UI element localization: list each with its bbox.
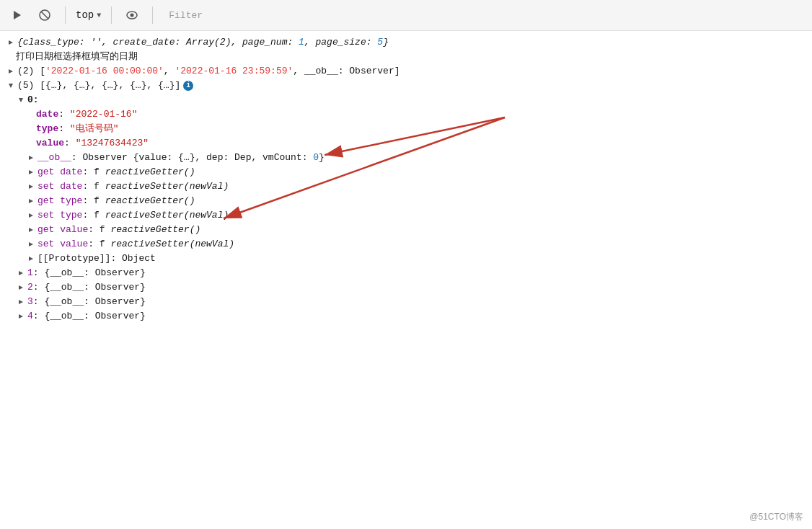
svg-point-4	[131, 14, 134, 17]
line-content-item1: 1: {__ob__: Observer}	[27, 267, 812, 280]
toolbar: top ▼ Filter	[0, 0, 812, 31]
line-content-array2: (2) ['2022-01-16 00:00:00', '2022-01-16 …	[17, 65, 812, 78]
line-content-value: value: "13247634423"	[36, 137, 812, 150]
expand-icon-get-value[interactable]	[26, 225, 36, 235]
svg-marker-5	[9, 40, 13, 45]
line-set-date: set date: f reactiveSetter(newVal)	[0, 179, 812, 194]
separator-3	[152, 6, 153, 24]
line-array-5: (5) [{…}, {…}, {…}, {…}, {…}]i	[0, 79, 812, 93]
filter-label: Filter	[169, 10, 203, 21]
line-content-array5: (5) [{…}, {…}, {…}, {…}, {…}]i	[17, 79, 812, 92]
line-content-item3: 3: {__ob__: Observer}	[27, 295, 812, 308]
expand-icon-array2[interactable]	[6, 66, 16, 76]
line-content-get-value: get value: f reactiveGetter()	[37, 223, 812, 236]
line-class-type: {class_type: '', create_date: Array(2), …	[0, 35, 812, 50]
line-content-item0: 0:	[27, 94, 812, 107]
line-set-value: set value: f reactiveSetter(newVal)	[0, 237, 812, 252]
svg-marker-6	[9, 69, 13, 74]
caret-icon: ▼	[97, 12, 101, 19]
svg-marker-19	[19, 300, 23, 304]
line-chinese: 打印日期框选择框填写的日期	[0, 50, 812, 64]
line-content-item4: 4: {__ob__: Observer}	[27, 310, 812, 323]
line-array-2: (2) ['2022-01-16 00:00:00', '2022-01-16 …	[0, 64, 812, 79]
line-content-ob: __ob__: Observer {value: {…}, dep: Dep, …	[37, 151, 812, 164]
svg-marker-17	[19, 271, 23, 275]
line-item-3: 3: {__ob__: Observer}	[0, 295, 812, 309]
line-content-set-type: set type: f reactiveSetter(newVal)	[37, 209, 812, 222]
expand-icon-class-type[interactable]	[6, 37, 16, 48]
line-content-type: type: "电话号码"	[36, 123, 812, 135]
line-content-set-date: set date: f reactiveSetter(newVal)	[37, 180, 812, 193]
watermark: @51CTO博客	[749, 511, 803, 523]
separator-1	[65, 6, 66, 24]
play-button[interactable]	[7, 5, 27, 25]
svg-marker-12	[29, 199, 33, 203]
expand-icon-prototype[interactable]	[26, 254, 36, 264]
line-content-chinese: 打印日期框选择框填写的日期	[16, 50, 812, 63]
expand-icon-get-date[interactable]	[26, 167, 36, 177]
line-ob: __ob__: Observer {value: {…}, dep: Dep, …	[0, 151, 812, 165]
line-item-1: 1: {__ob__: Observer}	[0, 266, 812, 280]
svg-marker-10	[29, 170, 33, 174]
info-icon[interactable]: i	[183, 81, 193, 91]
expand-icon-item4[interactable]	[16, 311, 26, 321]
line-content-item2: 2: {__ob__: Observer}	[27, 281, 812, 294]
svg-marker-11	[29, 185, 33, 189]
expand-icon-item1[interactable]	[16, 268, 26, 278]
expand-icon-item2[interactable]	[16, 283, 26, 293]
line-type: type: "电话号码"	[0, 122, 812, 136]
expand-icon-item3[interactable]	[16, 297, 26, 307]
svg-marker-7	[9, 84, 13, 88]
context-label: top	[76, 9, 94, 21]
line-item-2: 2: {__ob__: Observer}	[0, 280, 812, 295]
context-selector[interactable]: top ▼	[76, 9, 101, 21]
line-content-get-type: get type: f reactiveGetter()	[37, 195, 812, 208]
eye-button[interactable]	[122, 5, 142, 25]
line-content-class-type: {class_type: '', create_date: Array(2), …	[17, 36, 812, 49]
svg-line-2	[41, 12, 48, 19]
line-content-date: date: "2022-01-16"	[36, 108, 812, 121]
line-get-value: get value: f reactiveGetter()	[0, 223, 812, 237]
console-content: {class_type: '', create_date: Array(2), …	[0, 31, 812, 529]
svg-marker-20	[19, 314, 23, 319]
line-prototype: [[Prototype]]: Object	[0, 252, 812, 266]
separator-2	[111, 6, 112, 24]
line-item-4: 4: {__ob__: Observer}	[0, 309, 812, 324]
line-date: date: "2022-01-16"	[0, 107, 812, 122]
svg-marker-9	[29, 156, 33, 160]
svg-marker-14	[29, 228, 33, 232]
expand-icon-set-value[interactable]	[26, 239, 36, 249]
expand-icon-item0[interactable]	[16, 95, 26, 105]
line-content-prototype: [[Prototype]]: Object	[37, 252, 812, 265]
line-set-type: set type: f reactiveSetter(newVal)	[0, 208, 812, 223]
svg-marker-8	[19, 98, 23, 102]
svg-marker-13	[29, 213, 33, 218]
line-content-set-value: set value: f reactiveSetter(newVal)	[37, 238, 812, 251]
line-value: value: "13247634423"	[0, 136, 812, 151]
expand-icon-get-type[interactable]	[26, 196, 36, 206]
line-item-0: 0:	[0, 93, 812, 107]
svg-marker-15	[29, 242, 33, 246]
block-button[interactable]	[35, 5, 55, 25]
line-get-date: get date: f reactiveGetter()	[0, 165, 812, 179]
line-get-type: get type: f reactiveGetter()	[0, 194, 812, 208]
line-content-get-date: get date: f reactiveGetter()	[37, 166, 812, 179]
svg-marker-0	[14, 11, 21, 19]
svg-marker-16	[29, 257, 33, 261]
expand-icon-array5[interactable]	[6, 81, 16, 91]
expand-icon-set-date[interactable]	[26, 182, 36, 192]
expand-icon-set-type[interactable]	[26, 210, 36, 221]
svg-marker-18	[19, 285, 23, 290]
expand-icon-ob[interactable]	[26, 153, 36, 163]
